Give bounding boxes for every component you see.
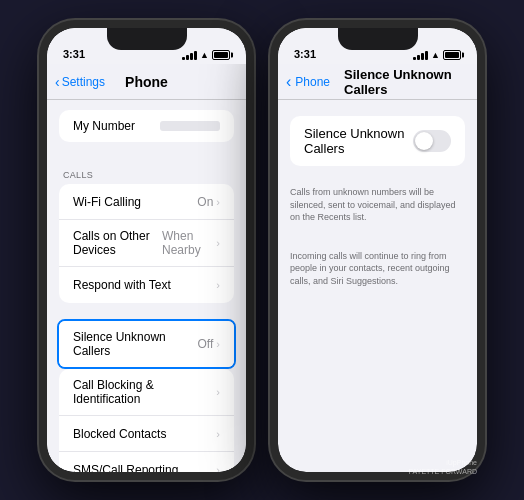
notch xyxy=(107,28,187,50)
detail-content: Silence Unknown Callers Calls from unkno… xyxy=(278,100,477,296)
sms-reporting-label: SMS/Call Reporting xyxy=(73,463,178,472)
blocking-group: Call Blocking & Identification › Blocked… xyxy=(59,369,234,472)
chevron-icon: › xyxy=(216,196,220,208)
signal-icon xyxy=(182,50,197,60)
nav-bar-detail: ‹ Phone Silence Unknown Callers xyxy=(278,64,477,100)
chevron-icon: › xyxy=(216,338,220,350)
chevron-icon: › xyxy=(216,464,220,472)
wifi-calling-value: On › xyxy=(197,195,220,209)
watermark: iUpPhone PAYETTE FORWARD xyxy=(408,458,477,476)
call-blocking-value: › xyxy=(216,386,220,398)
back-label: Settings xyxy=(62,75,105,89)
left-phone-screen: 3:31 ▲ ‹ Set xyxy=(47,28,246,472)
silence-unknown-value: Off › xyxy=(198,337,220,351)
watermark-line2: PAYETTE FORWARD xyxy=(408,467,477,476)
my-number-label: My Number xyxy=(73,119,135,133)
silence-unknown-row[interactable]: Silence Unknown Callers Off › xyxy=(59,321,234,367)
respond-text-label: Respond with Text xyxy=(73,278,171,292)
sms-reporting-row[interactable]: SMS/Call Reporting › xyxy=(59,452,234,472)
left-phone: 3:31 ▲ ‹ Set xyxy=(39,20,254,480)
other-devices-label: Calls on Other Devices xyxy=(73,229,162,257)
wifi-calling-label: Wi-Fi Calling xyxy=(73,195,141,209)
calls-group: Wi-Fi Calling On › Calls on Other Device… xyxy=(59,184,234,303)
chevron-icon: › xyxy=(216,428,220,440)
blocked-contacts-value: › xyxy=(216,428,220,440)
call-blocking-row[interactable]: Call Blocking & Identification › xyxy=(59,369,234,416)
wifi-icon-right: ▲ xyxy=(431,50,440,60)
silence-setting-section: Silence Unknown Callers xyxy=(290,116,465,166)
right-phone: 3:31 ▲ ‹ Phone xyxy=(270,20,485,480)
status-time: 3:31 xyxy=(63,48,85,60)
notch-right xyxy=(338,28,418,50)
wifi-icon: ▲ xyxy=(200,50,209,60)
page-title: Phone xyxy=(125,74,168,90)
toggle-knob-right xyxy=(415,132,433,150)
sms-reporting-value: › xyxy=(216,464,220,472)
screen-content: My Number CALLS Wi-Fi Calling On › Calls… xyxy=(47,100,246,472)
blocked-contacts-label: Blocked Contacts xyxy=(73,427,166,441)
silence-desc-1: Calls from unknown numbers will be silen… xyxy=(278,178,477,232)
battery-icon xyxy=(212,50,230,60)
left-phone-frame: 3:31 ▲ ‹ Set xyxy=(39,20,254,480)
wifi-calling-row[interactable]: Wi-Fi Calling On › xyxy=(59,184,234,220)
other-devices-row[interactable]: Calls on Other Devices When Nearby › xyxy=(59,220,234,267)
silence-unknown-group: Silence Unknown Callers Off › xyxy=(59,321,234,367)
chevron-icon: › xyxy=(216,279,220,291)
chevron-icon: › xyxy=(216,386,220,398)
status-time-right: 3:31 xyxy=(294,48,316,60)
status-icons-right: ▲ xyxy=(413,50,461,60)
battery-icon-right xyxy=(443,50,461,60)
respond-text-value: › xyxy=(216,279,220,291)
calls-section-header: CALLS xyxy=(47,158,246,184)
watermark-line1: iUpPhone xyxy=(408,458,477,467)
other-devices-value: When Nearby › xyxy=(162,229,220,257)
nav-bar: ‹ Settings Phone xyxy=(47,64,246,100)
right-phone-screen: 3:31 ▲ ‹ Phone xyxy=(278,28,477,472)
chevron-icon: › xyxy=(216,237,220,249)
number-placeholder xyxy=(160,121,220,131)
silence-unknown-highlight: Silence Unknown Callers Off › xyxy=(57,319,236,369)
respond-text-row[interactable]: Respond with Text › xyxy=(59,267,234,303)
call-blocking-label: Call Blocking & Identification xyxy=(73,378,216,406)
silence-setting-toggle[interactable] xyxy=(413,130,451,152)
blocked-contacts-row[interactable]: Blocked Contacts › xyxy=(59,416,234,452)
silence-setting-label: Silence Unknown Callers xyxy=(304,126,413,156)
back-button[interactable]: ‹ Settings xyxy=(55,74,105,90)
back-button-right[interactable]: Phone xyxy=(295,75,330,89)
silence-desc-2: Incoming calls will continue to ring fro… xyxy=(278,242,477,296)
back-arrow-icon: ‹ xyxy=(55,74,60,90)
right-phone-frame: 3:31 ▲ ‹ Phone xyxy=(270,20,485,480)
my-number-row[interactable]: My Number xyxy=(59,110,234,142)
signal-icon-right xyxy=(413,50,428,60)
silence-setting-row: Silence Unknown Callers xyxy=(304,126,451,156)
page-title-right: Silence Unknown Callers xyxy=(344,67,469,97)
silence-unknown-label: Silence Unknown Callers xyxy=(73,330,198,358)
status-icons: ▲ xyxy=(182,50,230,60)
back-arrow-right-icon: ‹ xyxy=(286,73,291,91)
